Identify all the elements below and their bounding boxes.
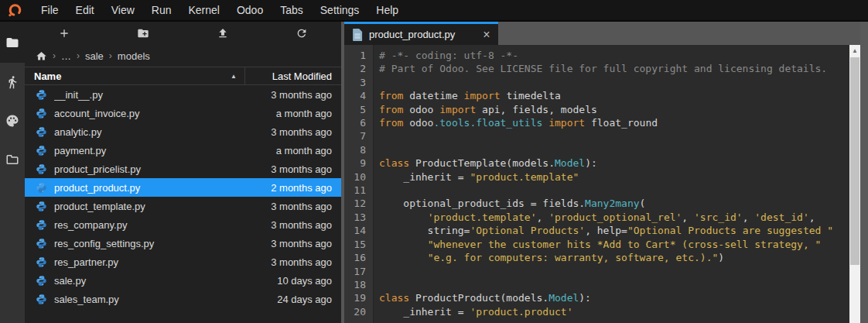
code-line: # -*- coding: utf-8 -*- xyxy=(379,49,846,62)
code-line: "e.g. for computers: warranty, software,… xyxy=(379,251,846,264)
scrollbar-thumb[interactable] xyxy=(850,57,859,265)
file-row[interactable]: __init__.py3 months ago xyxy=(25,85,341,104)
python-file-icon xyxy=(36,89,47,101)
code-content[interactable]: # -*- coding: utf-8 -*-# Part of Odoo. S… xyxy=(374,45,860,323)
file-name: analytic.py xyxy=(54,126,264,138)
file-row[interactable]: sale.py10 days ago xyxy=(25,271,341,290)
file-name: account_invoice.py xyxy=(54,108,269,119)
code-token: # Part of Odoo. See LICENSE file for ful… xyxy=(379,63,827,74)
line-number: 1 xyxy=(344,49,373,62)
sidebar-tab-file-browser[interactable] xyxy=(0,22,25,63)
code-token: 'product_optional_rel' xyxy=(548,211,682,223)
file-modified: 2 months ago xyxy=(271,182,332,194)
line-number: 15 xyxy=(344,238,373,251)
breadcrumb: ›…›sale›models xyxy=(25,45,341,67)
menu-file[interactable]: File xyxy=(32,0,67,20)
breadcrumb-item[interactable]: models xyxy=(118,50,150,62)
main-area: ›…›sale›models Name ▲ Last Modified __in… xyxy=(0,22,868,323)
refresh-button[interactable] xyxy=(262,22,341,45)
code-token: optional_product_ids = fields. xyxy=(379,198,585,209)
file-name: payment.py xyxy=(54,145,269,156)
file-row[interactable]: res_company.py3 months ago xyxy=(25,215,341,234)
line-number-gutter: 1234567891011121314151617181920 xyxy=(344,45,374,323)
menu-tabs[interactable]: Tabs xyxy=(272,0,312,20)
file-row[interactable]: product_product.py2 months ago xyxy=(25,178,341,197)
code-token: "Optional Products are suggested " xyxy=(627,225,833,236)
sidebar-tab-open-tabs[interactable] xyxy=(0,140,25,179)
file-browser-toolbar xyxy=(25,22,341,45)
code-token: _inherit = xyxy=(379,306,470,318)
file-name: res_company.py xyxy=(54,219,264,231)
code-line: from datetime import timedelta xyxy=(379,89,846,102)
code-token: "product.template" xyxy=(470,171,579,183)
line-number: 19 xyxy=(344,291,373,304)
code-token: ): xyxy=(585,157,597,169)
file-row[interactable]: product_template.py3 months ago xyxy=(25,197,341,215)
menu-help[interactable]: Help xyxy=(367,0,407,20)
code-token: , xyxy=(743,211,755,223)
file-row[interactable]: product_pricelist.py3 months ago xyxy=(25,160,341,178)
line-number: 4 xyxy=(344,89,373,102)
line-number: 8 xyxy=(344,143,373,156)
file-row[interactable]: payment.pya month ago xyxy=(25,141,341,160)
column-name-label: Name xyxy=(34,70,61,82)
menu-odoo[interactable]: Odoo xyxy=(228,0,272,20)
menu-run[interactable]: Run xyxy=(143,0,180,20)
code-line xyxy=(379,143,846,156)
line-number: 11 xyxy=(344,184,373,197)
new-launcher-button[interactable] xyxy=(25,22,104,45)
code-token: odoo xyxy=(403,104,439,115)
editor-tab[interactable]: product_product.py × xyxy=(344,22,498,45)
close-tab-icon[interactable]: × xyxy=(483,29,490,41)
file-row[interactable]: sales_team.py24 days ago xyxy=(25,290,341,308)
file-row[interactable]: account_invoice.pya month ago xyxy=(25,104,341,122)
sidebar-tab-running-sessions[interactable] xyxy=(0,63,25,101)
file-row[interactable]: analytic.py3 months ago xyxy=(25,122,341,141)
scrollbar-up-arrow-icon[interactable]: ▲ xyxy=(849,45,860,57)
editor-panel: product_product.py × 1234567891011121314… xyxy=(344,22,860,323)
code-editor[interactable]: 1234567891011121314151617181920 # -*- co… xyxy=(344,45,860,323)
upload-button[interactable] xyxy=(183,22,262,45)
code-token: 'src_id' xyxy=(694,211,743,223)
new-folder-button[interactable] xyxy=(104,22,183,45)
editor-tab-bar: product_product.py × xyxy=(344,22,860,45)
code-token: api, fields, models xyxy=(476,104,597,115)
code-token: from xyxy=(379,117,403,129)
breadcrumb-separator: › xyxy=(77,50,80,61)
python-file-icon xyxy=(36,126,47,138)
palette-icon xyxy=(5,114,19,128)
code-line xyxy=(379,278,846,291)
code-token: , help= xyxy=(585,225,627,236)
code-token: import xyxy=(439,104,476,115)
breadcrumb-segments: ›…›sale›models xyxy=(53,50,150,62)
code-token: import xyxy=(548,117,585,129)
menu-settings[interactable]: Settings xyxy=(312,0,368,20)
running-man-icon xyxy=(5,75,19,89)
menu-items: FileEditViewRunKernelOdooTabsSettingsHel… xyxy=(32,0,407,20)
window-right-gutter xyxy=(860,22,868,323)
code-token: ) xyxy=(718,252,724,263)
line-number: 3 xyxy=(344,76,373,89)
folder-outline-icon xyxy=(5,153,19,167)
file-row[interactable]: res_partner.py3 months ago xyxy=(25,253,341,271)
column-modified-label: Last Modified xyxy=(272,70,332,82)
sidebar-tab-command-palette[interactable] xyxy=(0,101,25,140)
column-header-name[interactable]: Name ▲ xyxy=(25,67,245,84)
home-icon[interactable] xyxy=(36,50,47,62)
jupyterlab-app: FileEditViewRunKernelOdooTabsSettingsHel… xyxy=(0,0,868,323)
file-modified: 3 months ago xyxy=(271,126,332,138)
menu-edit[interactable]: Edit xyxy=(67,0,103,20)
column-header-last-modified[interactable]: Last Modified xyxy=(245,67,341,84)
menu-kernel[interactable]: Kernel xyxy=(179,0,227,20)
code-token: _inherit = xyxy=(379,171,470,183)
line-number: 5 xyxy=(344,103,373,116)
editor-scrollbar[interactable]: ▲ xyxy=(849,45,860,323)
code-line: from odoo.tools.float_utils import float… xyxy=(379,116,846,129)
file-modified: 3 months ago xyxy=(271,201,332,212)
line-number: 7 xyxy=(344,129,373,143)
breadcrumb-item[interactable]: sale xyxy=(85,50,104,62)
breadcrumb-item[interactable]: … xyxy=(61,50,71,62)
file-row[interactable]: res_config_settings.py3 months ago xyxy=(25,234,341,253)
code-token: ): xyxy=(579,292,591,304)
menu-view[interactable]: View xyxy=(103,0,143,20)
